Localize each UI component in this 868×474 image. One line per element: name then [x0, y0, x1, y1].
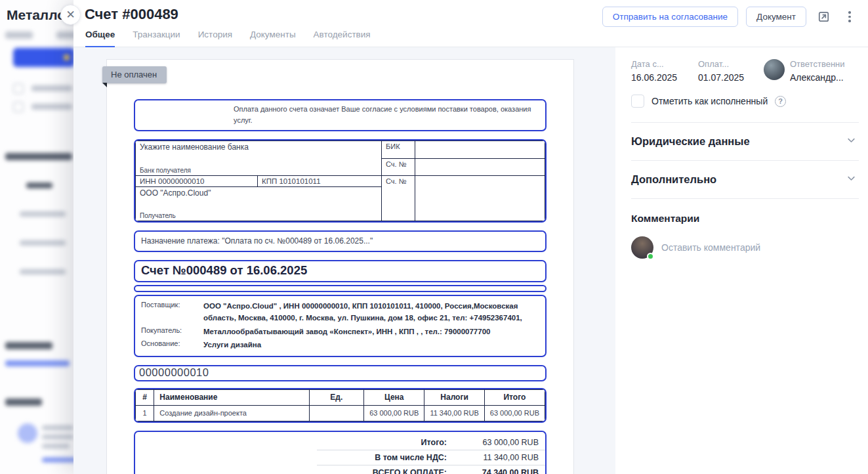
- vat-label: В том числе НДС:: [375, 453, 447, 462]
- invoice-date-value: 16.06.2025: [631, 72, 698, 83]
- comment-composer: Оставить комментарий: [631, 236, 861, 259]
- send-for-approval-button[interactable]: Отправить на согласование: [602, 7, 738, 27]
- kpp-value: КПП 1010101011: [257, 175, 381, 186]
- help-icon[interactable]: ?: [775, 96, 786, 107]
- details-sidebar: Дата с... 16.06.2025 Оплат... 01.07.2025…: [615, 47, 868, 474]
- supplier-value: ООО "Аспро.Cloud" , ИНН 00000000010, КПП…: [203, 300, 539, 324]
- account2-label: Сч. №: [381, 175, 415, 221]
- tab-general[interactable]: Общее: [85, 30, 115, 47]
- col-header-unit: Ед.: [309, 389, 364, 405]
- inn-value: ИНН 00000000010: [136, 175, 257, 186]
- buyer-label: Покупатель:: [141, 326, 203, 337]
- item-name: Создание дизайн-проекта: [154, 405, 309, 421]
- payment-purpose-block[interactable]: Назначение платежа: "Оплата по сч. №0004…: [134, 230, 547, 252]
- bik-label: БИК: [381, 141, 415, 158]
- table-row: 1 Создание дизайн-проекта 63 000,00 RUB …: [136, 405, 545, 421]
- status-badge: Не оплачен: [102, 66, 167, 83]
- tab-bar: Общее Транзакции История Документы Автод…: [85, 30, 371, 47]
- item-num: 1: [136, 405, 154, 421]
- close-icon[interactable]: ✕: [60, 5, 81, 25]
- background-client-avatar: [18, 423, 37, 443]
- divider: [631, 198, 859, 199]
- col-header-taxes: Налоги: [424, 389, 484, 405]
- responsible-label: Ответственни: [790, 59, 845, 69]
- item-total: 63 000,00 RUB: [484, 405, 545, 421]
- item-taxes: 11 340,00 RUB: [424, 405, 484, 421]
- chevron-down-icon: [846, 135, 856, 148]
- header-actions: Отправить на согласование Документ: [602, 7, 859, 27]
- items-table: # Наименование Ед. Цена Налоги Итого 1: [135, 389, 545, 421]
- pay-before-value: 01.07.2025: [698, 72, 764, 83]
- section-legal-data[interactable]: Юридические данные: [631, 123, 861, 160]
- section-additional-title: Дополнительно: [631, 173, 716, 186]
- document-button[interactable]: Документ: [746, 7, 806, 27]
- totals-block[interactable]: Итого: 63 000,00 RUB В том числе НДС: 11…: [134, 431, 547, 474]
- invoice-date-field: Дата с... 16.06.2025: [631, 59, 698, 83]
- empty-block[interactable]: [134, 285, 547, 292]
- bank-name-placeholder: Укажите наименование банка: [140, 142, 377, 152]
- account-label: Сч. №: [381, 158, 415, 175]
- basis-label: Основание:: [141, 339, 203, 351]
- invoice-meta-fields: Дата с... 16.06.2025 Оплат... 01.07.2025…: [631, 59, 861, 83]
- tab-documents[interactable]: Документы: [250, 30, 296, 47]
- items-table-block[interactable]: # Наименование Ед. Цена Налоги Итого 1: [134, 388, 547, 423]
- items-header-row: # Наименование Ед. Цена Налоги Итого: [136, 389, 545, 405]
- item-unit: [309, 405, 364, 421]
- more-options-kebab-icon[interactable]: [840, 8, 859, 26]
- col-header-price: Цена: [364, 389, 424, 405]
- parties-block[interactable]: Поставщик: ООО "Аспро.Cloud" , ИНН 00000…: [134, 295, 547, 357]
- current-user-avatar: [631, 236, 653, 259]
- inn-big-block[interactable]: 00000000010: [134, 365, 547, 381]
- document-viewer: Не оплачен Оплата данного счета означает…: [73, 47, 615, 474]
- invoice-sheet: Не оплачен Оплата данного счета означает…: [106, 59, 574, 474]
- mark-done-row: Отметить как исполненный ?: [631, 95, 861, 108]
- col-header-num: #: [136, 389, 154, 405]
- chevron-down-icon: [846, 173, 856, 186]
- vat-value: 11 340,00 RUB: [447, 453, 539, 462]
- grand-total-label: ВСЕГО К ОПЛАТЕ:: [373, 468, 447, 474]
- pay-before-label: Оплат...: [698, 59, 764, 69]
- item-price: 63 000,00 RUB: [364, 405, 424, 421]
- background-page: Металло: [0, 0, 85, 474]
- mark-done-label: Отметить как исполненный: [651, 96, 768, 106]
- buyer-value: Металлообрабатывающий завод «Конспект», …: [203, 326, 539, 337]
- col-header-total: Итого: [484, 389, 545, 405]
- recipient-name: ООО "Аспро.Cloud": [140, 188, 377, 198]
- supplier-label: Поставщик:: [141, 300, 203, 324]
- invoice-disclaimer-block[interactable]: Оплата данного счета означает Ваше согла…: [134, 99, 547, 131]
- tab-history[interactable]: История: [198, 30, 232, 47]
- bank-recipient-label: Банк получателя: [140, 167, 377, 174]
- responsible-value: Александр...: [790, 72, 845, 83]
- account2-value: [415, 175, 545, 221]
- background-page-blurred-content: [0, 0, 85, 474]
- account-value: [415, 158, 545, 175]
- grand-total-value: 74 340,00 RUB: [447, 468, 539, 474]
- responsible-field[interactable]: Ответственни Александр...: [764, 59, 861, 83]
- invoice-title-block[interactable]: Счет №000489 от 16.06.2025: [134, 260, 547, 282]
- responsible-avatar: [764, 59, 785, 80]
- basis-value: Услуги дизайна: [203, 339, 539, 351]
- comment-input[interactable]: Оставить комментарий: [661, 242, 760, 253]
- bik-value: [415, 141, 545, 158]
- subtotal-label: Итого:: [421, 438, 447, 447]
- open-in-new-window-icon[interactable]: [814, 8, 833, 26]
- invoice-bank-block[interactable]: Укажите наименование банка Банк получате…: [134, 139, 547, 223]
- tab-autoactions[interactable]: Автодействия: [314, 30, 371, 47]
- section-additional[interactable]: Дополнительно: [631, 161, 861, 198]
- col-header-name: Наименование: [154, 389, 309, 405]
- mark-done-checkbox[interactable]: [631, 95, 644, 108]
- online-status-dot: [647, 253, 654, 260]
- pay-before-field: Оплат... 01.07.2025: [698, 59, 764, 83]
- subtotal-value: 63 000,00 RUB: [447, 438, 539, 447]
- comments-heading: Комментарии: [631, 213, 861, 225]
- page-title: Счет #000489: [85, 6, 178, 23]
- recipient-label: Получатель: [140, 212, 377, 219]
- tab-transactions[interactable]: Транзакции: [133, 30, 180, 47]
- panel-header: ✕ Счет #000489 Общее Транзакции История …: [73, 0, 868, 47]
- invoice-panel: ✕ Счет #000489 Общее Транзакции История …: [73, 0, 868, 474]
- section-legal-title: Юридические данные: [631, 135, 750, 148]
- invoice-date-label: Дата с...: [631, 59, 698, 69]
- background-blue-button: [13, 48, 75, 67]
